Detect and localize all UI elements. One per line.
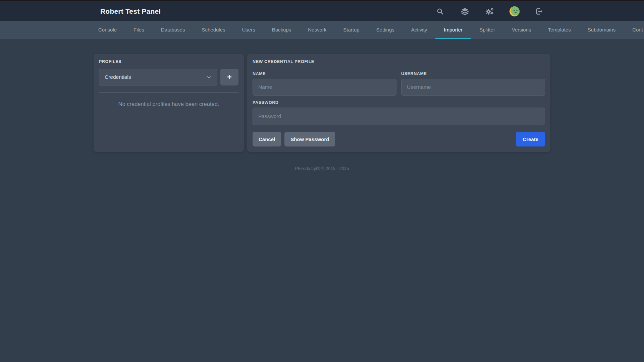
search-icon[interactable]	[435, 6, 445, 16]
profiles-empty-message: No credential profiles have been created…	[99, 101, 238, 107]
tab-users[interactable]: Users	[234, 21, 264, 39]
new-credential-profile-card: NEW CREDENTIAL PROFILE NAME USERNAME PAS…	[247, 54, 550, 152]
show-password-button[interactable]: Show Password	[284, 132, 335, 146]
username-field-group: USERNAME	[401, 71, 545, 96]
header-icon-group	[435, 6, 550, 16]
tab-settings[interactable]: Settings	[368, 21, 403, 39]
avatar-eye	[514, 10, 515, 11]
tab-importer[interactable]: Importer	[435, 21, 471, 39]
profile-type-select[interactable]: Credentials	[99, 69, 217, 85]
profiles-card-title: PROFILES	[99, 59, 238, 64]
password-field-group: PASSWORD	[253, 100, 545, 125]
tab-network[interactable]: Network	[300, 21, 335, 39]
name-field-group: NAME	[253, 71, 396, 96]
tab-databases[interactable]: Databases	[153, 21, 194, 39]
cogs-icon[interactable]	[485, 6, 495, 16]
password-label: PASSWORD	[253, 100, 545, 105]
tab-templates[interactable]: Templates	[539, 21, 579, 39]
tab-console[interactable]: Console	[90, 21, 125, 39]
tab-schedules[interactable]: Schedules	[193, 21, 233, 39]
layers-icon[interactable]	[460, 6, 470, 16]
tab-cut-off[interactable]: Cont	[624, 21, 644, 39]
tab-versions[interactable]: Versions	[503, 21, 540, 39]
profiles-divider	[99, 92, 238, 93]
avatar-eye	[516, 10, 518, 11]
profile-type-select-value: Credentials	[105, 74, 131, 80]
page-title: Robert Test Panel	[94, 7, 161, 15]
importer-content: PROFILES Credentials + No credential pro…	[94, 54, 550, 152]
password-input[interactable]	[253, 108, 545, 125]
add-profile-button[interactable]: +	[220, 69, 238, 85]
tab-subdomains[interactable]: Subdomains	[579, 21, 624, 39]
user-avatar[interactable]	[509, 6, 520, 16]
header-bar: Robert Test Panel	[0, 1, 644, 21]
name-input[interactable]	[253, 79, 396, 96]
sign-out-icon[interactable]	[534, 6, 544, 16]
tab-files[interactable]: Files	[125, 21, 153, 39]
tab-startup[interactable]: Startup	[335, 21, 368, 39]
profiles-card: PROFILES Credentials + No credential pro…	[94, 54, 244, 152]
form-card-title: NEW CREDENTIAL PROFILE	[253, 59, 545, 64]
copyright-footer: Pterodactyl® © 2015 - 2025	[0, 166, 644, 171]
server-nav-tabs: Console Files Databases Schedules Users …	[0, 21, 644, 39]
chevron-down-icon	[207, 75, 211, 79]
tab-splitter[interactable]: Splitter	[471, 21, 503, 39]
avatar-face	[511, 6, 520, 15]
name-label: NAME	[253, 71, 396, 76]
tab-activity[interactable]: Activity	[403, 21, 436, 39]
avatar-mouth	[515, 12, 517, 13]
create-button[interactable]: Create	[516, 132, 545, 146]
cancel-button[interactable]: Cancel	[253, 132, 281, 146]
tab-backups[interactable]: Backups	[264, 21, 300, 39]
username-input[interactable]	[401, 79, 545, 96]
username-label: USERNAME	[401, 71, 545, 76]
